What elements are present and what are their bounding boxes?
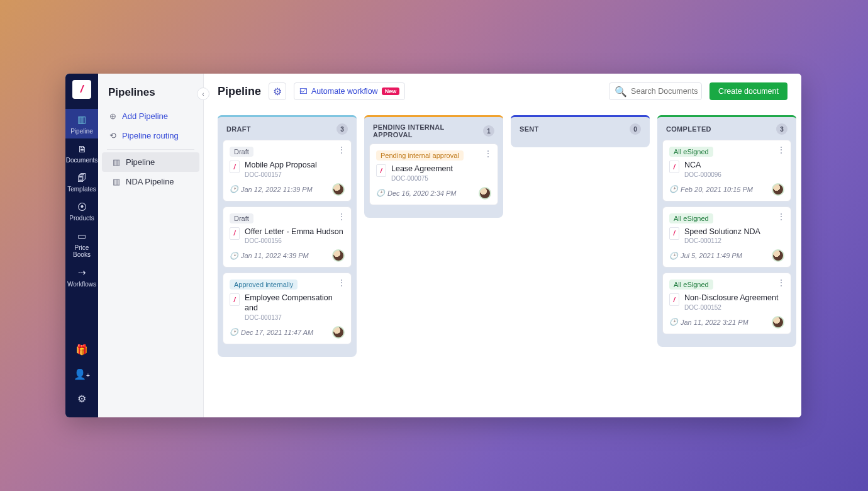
pipeline-board-icon: ▥ (112, 177, 121, 186)
search-box[interactable]: 🔍 (609, 82, 702, 100)
rail-settings-icon[interactable]: ⚙ (65, 387, 98, 411)
document-id: DOC-000137 (245, 314, 345, 321)
status-badge: All eSigned (669, 279, 713, 290)
column-pending: PENDING INTERNAL APPROVAL 1 ⋮ Pending in… (364, 115, 503, 218)
document-type-icon: / (230, 293, 240, 306)
document-type-icon: / (669, 161, 679, 173)
card-more-icon[interactable]: ⋮ (337, 278, 346, 287)
document-card[interactable]: ⋮ Approved internally / Employee Compens… (223, 273, 352, 344)
clock-icon: 🕑 (669, 252, 678, 260)
document-type-icon: / (230, 227, 240, 240)
rail-item-label: Price Books (73, 244, 91, 258)
document-type-icon: / (669, 227, 679, 240)
column-count-badge: 0 (630, 123, 641, 135)
automate-workflow-button[interactable]: 🗠 Automate workflow New (294, 82, 405, 100)
document-card[interactable]: ⋮ All eSigned / Speed Solutionz NDA DOC-… (662, 206, 791, 268)
document-timestamp: 🕑Jan 12, 2022 11:39 PM (230, 185, 313, 193)
status-badge: Draft (230, 213, 253, 223)
main-area: Pipeline ⚙ 🗠 Automate workflow New 🔍 Cre… (204, 74, 801, 417)
search-icon: 🔍 (615, 86, 627, 98)
card-more-icon[interactable]: ⋮ (777, 145, 786, 154)
rail-item-workflows[interactable]: ⇢Workflows (65, 262, 98, 291)
column-draft: DRAFT 3 ⋮ Draft / Mobile App Proposal DO… (218, 115, 357, 357)
add-pipeline-link[interactable]: ⊕ Add Pipeline (98, 106, 203, 126)
clock-icon: 🕑 (376, 189, 385, 197)
rail-add-user-icon[interactable]: 👤+ (65, 362, 98, 387)
document-title: Speed Solutionz NDA (684, 227, 760, 237)
rail-item-label: Pipeline (70, 128, 93, 135)
document-type-icon: / (376, 164, 386, 177)
column-count-badge: 3 (776, 123, 787, 135)
page-title: Pipeline (218, 85, 261, 98)
assignee-avatar[interactable] (772, 249, 784, 262)
assignee-avatar[interactable] (332, 326, 345, 339)
assignee-avatar[interactable] (479, 187, 491, 200)
document-id: DOC-000112 (684, 237, 760, 244)
document-card[interactable]: ⋮ All eSigned / Non-Disclosure Agreement… (662, 273, 791, 334)
document-title: Mobile App Proposal (245, 161, 317, 171)
new-badge: New (382, 87, 400, 95)
document-title: Lease Agreement (391, 164, 453, 174)
column-title: COMPLETED (666, 125, 711, 133)
document-timestamp: 🕑Dec 17, 2021 11:47 AM (230, 328, 313, 336)
pipeline-list-item[interactable]: ▥NDA Pipeline (102, 172, 199, 191)
column-title: DRAFT (226, 125, 251, 133)
document-card[interactable]: ⋮ Draft / Mobile App Proposal DOC-000157… (223, 140, 352, 201)
app-logo[interactable]: / (72, 80, 91, 99)
app-window: / ▥Pipeline🗎Documents🗐Templates⦿Products… (65, 74, 801, 417)
document-type-icon: / (669, 293, 679, 306)
pipeline-routing-link[interactable]: ⟲ Pipeline routing (98, 126, 203, 145)
status-badge: Approved internally (230, 279, 298, 290)
rail-item-label: Products (69, 215, 94, 222)
document-timestamp: 🕑Jan 11, 2022 4:39 PM (230, 252, 309, 260)
rail-item-products[interactable]: ⦿Products (65, 196, 98, 225)
rail-item-pipeline[interactable]: ▥Pipeline (65, 109, 98, 138)
document-id: DOC-000157 (245, 171, 317, 178)
document-title: Employee Compensation and (245, 293, 345, 313)
products-icon: ⦿ (65, 201, 98, 212)
column-title: PENDING INTERNAL APPROVAL (373, 123, 483, 138)
document-title: Non-Disclosure Agreement (684, 293, 778, 303)
document-id: DOC-000152 (684, 304, 778, 311)
gear-icon: ⚙ (273, 86, 282, 98)
status-badge: Draft (230, 147, 253, 157)
document-card[interactable]: ⋮ All eSigned / NCA DOC-000096 🕑Feb 20, … (662, 140, 791, 201)
collapse-panel-button[interactable]: ‹ (197, 87, 209, 100)
templates-icon: 🗐 (65, 172, 98, 183)
card-more-icon[interactable]: ⋮ (777, 278, 786, 287)
rail-item-price-books[interactable]: ▭Price Books (65, 225, 98, 262)
assignee-avatar[interactable] (332, 183, 345, 196)
price-books-icon: ▭ (65, 230, 98, 242)
rail-gift-icon[interactable]: 🎁 (65, 337, 98, 362)
document-timestamp: 🕑Jul 5, 2021 1:49 PM (669, 252, 742, 260)
rail-item-documents[interactable]: 🗎Documents (65, 138, 98, 167)
document-card[interactable]: ⋮ Draft / Offer Letter - Emma Hudson DOC… (223, 206, 352, 268)
card-more-icon[interactable]: ⋮ (337, 145, 346, 154)
column-count-badge: 1 (483, 125, 494, 137)
column-completed: COMPLETED 3 ⋮ All eSigned / NCA DOC-0000… (657, 115, 796, 347)
rail-item-templates[interactable]: 🗐Templates (65, 167, 98, 196)
pipeline-list-item[interactable]: ▥Pipeline (102, 152, 199, 172)
panel-divider (107, 149, 194, 150)
rail-item-label: Documents (66, 157, 98, 164)
document-type-icon: / (230, 161, 240, 173)
assignee-avatar[interactable] (772, 183, 784, 196)
status-badge: All eSigned (669, 147, 713, 157)
add-pipeline-label: Add Pipeline (122, 111, 168, 121)
card-more-icon[interactable]: ⋮ (777, 212, 786, 221)
card-more-icon[interactable]: ⋮ (484, 149, 492, 158)
assignee-avatar[interactable] (332, 249, 345, 262)
assignee-avatar[interactable] (772, 316, 784, 329)
workflows-icon: ⇢ (65, 267, 98, 278)
clock-icon: 🕑 (669, 185, 678, 193)
routing-icon: ⟲ (108, 131, 117, 140)
create-document-button[interactable]: Create document (709, 82, 787, 100)
document-id: DOC-000096 (684, 171, 721, 178)
pipeline-settings-button[interactable]: ⚙ (269, 82, 286, 100)
status-badge: Pending internal approval (376, 150, 464, 161)
pipeline-list-label: NDA Pipeline (126, 177, 174, 186)
card-more-icon[interactable]: ⋮ (337, 212, 346, 221)
clock-icon: 🕑 (669, 318, 678, 326)
document-card[interactable]: ⋮ Pending internal approval / Lease Agre… (369, 144, 498, 205)
pipeline-icon: ▥ (65, 114, 98, 125)
